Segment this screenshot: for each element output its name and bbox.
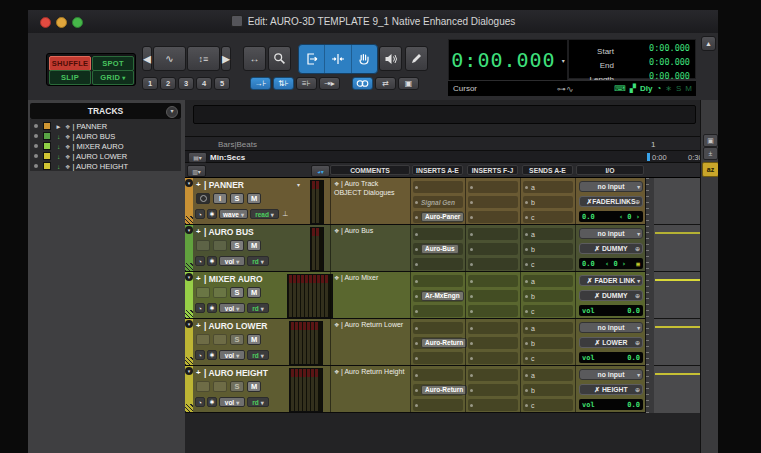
input-selector[interactable]: no input▾	[579, 228, 643, 239]
track-list-name[interactable]: | AURO BUS	[72, 132, 115, 141]
end-value[interactable]: 0:00.000	[649, 57, 690, 68]
output-selector[interactable]: ✗ LOWER⊕	[579, 337, 643, 348]
insert-slot[interactable]	[413, 352, 463, 364]
send-slot[interactable]: a	[523, 322, 573, 334]
expand-lanes-button[interactable]: +	[196, 180, 201, 189]
insert-slot[interactable]	[413, 305, 463, 317]
track-name[interactable]: | AURO BUS	[204, 227, 254, 237]
insert-slot[interactable]	[468, 322, 518, 334]
comments-cell[interactable]: ❖ | Auro Track OBJECT Dialogues	[330, 178, 410, 224]
insert-slot[interactable]	[413, 322, 463, 334]
input-selector[interactable]: no input▾	[579, 181, 643, 192]
expand-lanes-button[interactable]: +	[196, 274, 201, 283]
comments-cell[interactable]: ❖ | Auro Return Lower	[330, 319, 410, 365]
track-options-icon[interactable]: ▾	[185, 320, 193, 328]
output-selector[interactable]: ✗ DUMMY⊕	[579, 243, 643, 254]
send-slot[interactable]: b	[523, 290, 573, 302]
zoom-in-button[interactable]: ▸	[221, 46, 231, 71]
zoom-preset-5[interactable]: 5	[214, 77, 230, 90]
show-hide-dot-icon[interactable]	[34, 134, 38, 138]
insert-plugin[interactable]: Ar-MxEngn	[421, 291, 464, 301]
voice-selector-icon[interactable]: ⊥	[282, 210, 288, 218]
elastic-audio-icon[interactable]: ∗	[207, 256, 217, 266]
show-hide-dot-icon[interactable]	[34, 124, 38, 128]
send-slot[interactable]: a	[523, 181, 573, 193]
track-height-zoom-button[interactable]: ↕≡	[187, 46, 220, 71]
insert-slot[interactable]	[468, 384, 518, 396]
slip-mode-button[interactable]: SLIP	[49, 70, 91, 85]
send-slot[interactable]: c	[523, 305, 573, 317]
insert-slot[interactable]: Auro-Bus	[413, 243, 463, 255]
toolbar-options-button[interactable]: ▲	[701, 36, 716, 51]
insert-slot[interactable]: Auro-Return	[413, 337, 463, 349]
io-header[interactable]: I/O	[576, 165, 644, 175]
track-options-icon[interactable]: ▾	[185, 226, 193, 234]
output-window-icon[interactable]: ⊕	[635, 339, 640, 346]
selector-tool-button[interactable]	[325, 45, 351, 73]
insert-slot[interactable]	[468, 258, 518, 270]
automation-line[interactable]	[655, 373, 700, 375]
track-resize-handle[interactable]	[185, 263, 193, 271]
comments-cell[interactable]: ❖ | Auro Mixer	[330, 272, 410, 318]
show-hide-dot-icon[interactable]	[34, 164, 38, 168]
inserts-fj-header[interactable]: INSERTS F-J	[467, 165, 518, 175]
insert-plugin[interactable]: Auro-Return	[421, 338, 467, 348]
track-resize-handle[interactable]	[185, 216, 193, 224]
mute-button[interactable]: M	[247, 240, 261, 251]
volume-display[interactable]: 0.0‹ 0 ›▦	[579, 258, 643, 269]
output-window-icon[interactable]: ⊕	[635, 386, 640, 393]
mute-button[interactable]: M	[247, 334, 261, 345]
track-view-selector[interactable]: vol▾	[219, 397, 245, 407]
link-timeline-edit-button[interactable]	[352, 77, 373, 90]
insert-slot[interactable]: Ar-MxEngn	[413, 290, 463, 302]
track-view-selector[interactable]: vol▾	[219, 256, 245, 266]
insert-slot[interactable]	[468, 305, 518, 317]
insert-slot[interactable]: Auro-Return	[413, 384, 463, 396]
playhead-caret[interactable]	[647, 153, 650, 161]
zoom-preset-3[interactable]: 3	[178, 77, 194, 90]
input-monitor-button[interactable]: I	[213, 193, 227, 204]
send-slot[interactable]: b	[523, 384, 573, 396]
mute-button[interactable]: M	[247, 381, 261, 392]
insert-slot[interactable]	[468, 228, 518, 240]
insert-slot[interactable]	[468, 290, 518, 302]
expand-lanes-button[interactable]: +	[196, 321, 201, 330]
track-options-icon[interactable]: ▾	[185, 179, 193, 187]
min-secs-ruler[interactable]: ▤▾ Min:Secs 0:00 0:30	[185, 151, 700, 163]
volume-display[interactable]: vol0.0	[579, 305, 643, 316]
track-resize-handle[interactable]	[185, 404, 193, 412]
insert-slot[interactable]	[468, 181, 518, 193]
automation-mode-selector[interactable]: rd▾	[247, 303, 269, 313]
automation-mode-selector[interactable]: rd▾	[247, 397, 269, 407]
send-slot[interactable]: a	[523, 228, 573, 240]
insert-plugin[interactable]: Auro-Bus	[421, 244, 459, 254]
output-selector[interactable]: ✗ DUMMY⊕	[579, 290, 643, 301]
send-slot[interactable]: b	[523, 337, 573, 349]
track-list-name[interactable]: | MIXER AURO	[72, 142, 123, 151]
send-slot[interactable]: a	[523, 369, 573, 381]
track-options-icon[interactable]: ▾	[185, 367, 193, 375]
show-hide-dot-icon[interactable]	[34, 144, 38, 148]
vertical-scrollbar-gutter[interactable]: ▣ ± az	[700, 100, 718, 453]
track-name-caret-icon[interactable]: ▾	[297, 181, 300, 188]
link-track-edit-selection-button[interactable]: ▣	[398, 77, 419, 90]
send-slot[interactable]: c	[523, 211, 573, 223]
comments-cell[interactable]: ❖ | Auro Bus	[330, 225, 410, 271]
scrubber-tool-button[interactable]	[379, 46, 402, 71]
track-list-item-auro-height[interactable]: ↓ ❖ | AURO HEIGHT	[30, 161, 181, 171]
timebase-icon[interactable]: ◔	[195, 350, 205, 360]
comments-cell[interactable]: ❖ | Auro Return Height	[330, 366, 410, 412]
output-window-icon[interactable]: ⊕	[635, 198, 640, 205]
track-list-name[interactable]: | PANNER	[72, 122, 107, 131]
shuffle-mode-button[interactable]: SHUFFLE	[49, 56, 91, 71]
solo-button[interactable]: S	[230, 193, 244, 204]
track-view-selector[interactable]: wave▾	[219, 209, 248, 219]
grid-mode-button[interactable]: GRID▾	[92, 70, 134, 85]
timebase-icon[interactable]: ◔	[195, 256, 205, 266]
automation-line[interactable]	[655, 232, 700, 234]
pencil-tool-button[interactable]	[405, 46, 428, 71]
track-resize-handle[interactable]	[185, 310, 193, 318]
track-list-item-mixer-auro[interactable]: ↓ ❖ | MIXER AURO	[30, 141, 181, 151]
spot-mode-button[interactable]: SPOT	[92, 56, 134, 71]
insert-slot[interactable]	[468, 352, 518, 364]
